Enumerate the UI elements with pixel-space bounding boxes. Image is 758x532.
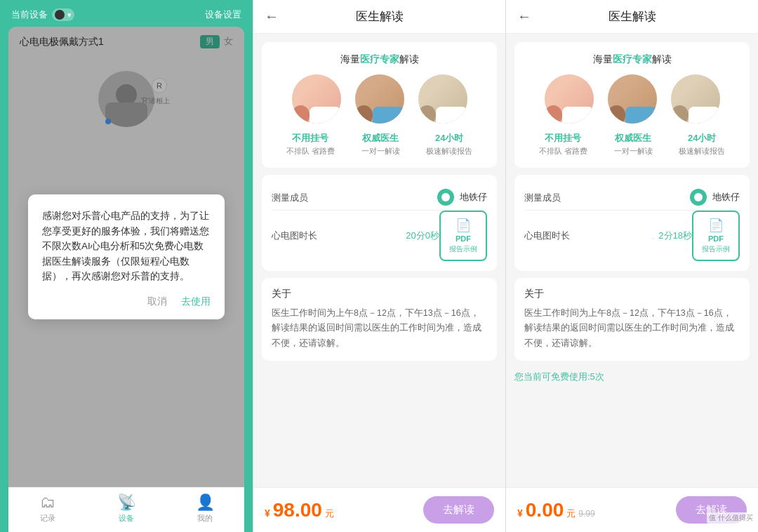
records-icon: 🗂 — [40, 493, 55, 512]
watermark: 值 什么值得买 — [707, 512, 755, 524]
doc-bottom-1: ¥ 98.00 元 去解读 — [253, 487, 505, 532]
app-topbar: 当前设备 ▾ 设备设置 — [0, 0, 253, 27]
doc-header-1: ← 医生解读 — [253, 0, 505, 34]
device-toggle[interactable]: ▾ — [52, 8, 74, 21]
pdf-icon-2: 📄 — [708, 218, 724, 233]
feature-authority-2: 权威医生 一对一解读 — [614, 132, 653, 157]
doc-bottom-2: ¥ 0.00 元 9.99 去解读 — [506, 487, 758, 532]
duration-pdf-row-1: 心电图时长 20分0秒 📄 PDF 报告示例 — [272, 211, 487, 261]
nav-item-device[interactable]: 📡 设备 — [87, 493, 166, 524]
device-label: 当前设备 — [11, 8, 48, 21]
doctor-body-f — [310, 107, 340, 124]
doctor-head-f — [292, 105, 310, 124]
doc-scroll-1: 海量医疗专家解读 — [253, 34, 505, 487]
pdf-button-1[interactable]: 📄 PDF 报告示例 — [439, 211, 487, 261]
expert-photos-1 — [273, 74, 486, 124]
info-card-2: 测量成员 地铁仔 心电图时长 2分18秒 📄 — [514, 175, 750, 271]
feature-24h-2: 24小时 极速解读报告 — [679, 132, 725, 157]
duration-value-2: 2分18秒 — [658, 230, 692, 242]
price-original-2: 9.99 — [578, 509, 594, 519]
nav-label-device: 设备 — [119, 513, 134, 524]
topbar-left: 当前设备 ▾ — [11, 8, 74, 21]
doc-title-2: 医生解读 — [543, 8, 722, 25]
about-title-1: 关于 — [272, 288, 487, 300]
member-name-2: 地铁仔 — [712, 191, 740, 204]
dialog-buttons: 取消 去使用 — [42, 295, 211, 308]
device-icon: 📡 — [117, 493, 136, 512]
free-notice: 您当前可免费使用:5次 — [514, 368, 750, 385]
doctor-panel-2: ← 医生解读 海量医疗专家解读 — [506, 0, 758, 532]
doctor-panel-1: ← 医生解读 海量医疗专家解读 — [253, 0, 505, 532]
expert-card-2: 海量医疗专家解读 — [514, 42, 750, 168]
device-settings-link[interactable]: 设备设置 — [205, 8, 241, 21]
price-area-2: ¥ 0.00 元 9.99 — [517, 499, 595, 521]
doctor-photo-male2-2 — [671, 74, 720, 124]
doctor-photo-female-2 — [545, 74, 594, 124]
about-text-2: 医生工作时间为上午8点－12点，下午13点－16点，解读结果的返回时间需以医生的… — [524, 306, 740, 351]
doctor-head-m1 — [355, 105, 373, 124]
duration-row-1: 心电图时长 20分0秒 — [272, 225, 439, 246]
pdf-button-2[interactable]: 📄 PDF 报告示例 — [692, 211, 740, 261]
about-title-2: 关于 — [524, 288, 740, 300]
app-panel: 当前设备 ▾ 设备设置 心电电极佩戴方式1 男 女 R — [0, 0, 253, 532]
profile-icon: 👤 — [196, 493, 215, 512]
back-button-1[interactable]: ← — [265, 8, 279, 25]
feature-24h-1: 24小时 极速解读报告 — [426, 132, 472, 157]
back-button-2[interactable]: ← — [517, 8, 531, 25]
doctor-body-m1 — [373, 107, 404, 124]
expert-photos-2 — [526, 74, 738, 124]
feature-no-queue-1: 不用挂号 不排队 省路费 — [286, 132, 335, 157]
nav-label-records: 记录 — [40, 513, 55, 524]
doctor-body-m2 — [436, 107, 467, 124]
expert-title-2: 海量医疗专家解读 — [526, 53, 738, 66]
member-row-2: 测量成员 地铁仔 — [524, 185, 740, 211]
doctor-head-m2 — [418, 105, 437, 124]
info-card-1: 测量成员 地铁仔 心电图时长 20分0秒 📄 — [262, 175, 497, 271]
doctor-photo-male1-1 — [355, 74, 404, 124]
nav-item-profile[interactable]: 👤 我的 — [166, 493, 244, 524]
doctor-photo-male2-1 — [418, 74, 467, 124]
member-name-1: 地铁仔 — [460, 191, 487, 204]
user-icon-2 — [690, 189, 707, 206]
user-icon-1 — [437, 189, 454, 206]
duration-value-1: 20分0秒 — [406, 230, 439, 242]
expert-features-1: 不用挂号 不排队 省路费 权威医生 一对一解读 24小时 极速解读报告 — [273, 132, 486, 157]
feature-no-queue-2: 不用挂号 不排队 省路费 — [539, 132, 587, 157]
confirm-button[interactable]: 去使用 — [181, 295, 211, 308]
doc-title-1: 医生解读 — [290, 8, 469, 25]
price-amount-2: 0.00 — [526, 499, 564, 521]
about-text-1: 医生工作时间为上午8点－12点，下午13点－16点，解读结果的返回时间需以医生的… — [272, 306, 487, 351]
about-card-2: 关于 医生工作时间为上午8点－12点，下午13点－16点，解读结果的返回时间需以… — [514, 278, 750, 361]
expert-features-2: 不用挂号 不排队 省路费 权威医生 一对一解读 24小时 极速解读报告 — [526, 132, 738, 157]
chevron-down-icon: ▾ — [67, 11, 72, 20]
expert-card-1: 海量医疗专家解读 — [262, 42, 497, 168]
duration-row-2: 心电图时长 2分18秒 — [524, 225, 692, 246]
price-amount-1: 98.00 — [273, 499, 322, 521]
duration-pdf-row-2: 心电图时长 2分18秒 📄 PDF 报告示例 — [524, 211, 740, 261]
price-area-1: ¥ 98.00 元 — [265, 499, 334, 521]
nav-label-profile: 我的 — [197, 513, 213, 524]
expert-title-1: 海量医疗专家解读 — [273, 53, 486, 66]
dialog-overlay: 感谢您对乐普心电产品的支持，为了让您享受更好的服务体验，我们将赠送您不限次数AI… — [8, 27, 244, 487]
about-card-1: 关于 医生工作时间为上午8点－12点，下午13点－16点，解读结果的返回时间需以… — [262, 278, 497, 361]
jieda-button-1[interactable]: 去解读 — [423, 496, 494, 524]
doctor-photo-female-1 — [292, 74, 341, 124]
bottom-nav: 🗂 记录 📡 设备 👤 我的 — [8, 487, 244, 532]
feature-authority-1: 权威医生 一对一解读 — [361, 132, 400, 157]
member-row-1: 测量成员 地铁仔 — [272, 185, 487, 211]
doctor-photo-male1-2 — [608, 74, 657, 124]
cancel-button[interactable]: 取消 — [147, 295, 167, 308]
app-content: 心电电极佩戴方式1 男 女 R 'R'请相上 — [8, 27, 244, 487]
nav-item-records[interactable]: 🗂 记录 — [8, 493, 87, 524]
toggle-dot — [55, 10, 65, 20]
doc-header-2: ← 医生解读 — [506, 0, 758, 34]
doc-scroll-2: 海量医疗专家解读 — [506, 34, 758, 487]
dialog-text: 感谢您对乐普心电产品的支持，为了让您享受更好的服务体验，我们将赠送您不限次数AI… — [42, 208, 211, 284]
pdf-icon-1: 📄 — [456, 218, 471, 233]
dialog-box: 感谢您对乐普心电产品的支持，为了让您享受更好的服务体验，我们将赠送您不限次数AI… — [28, 194, 225, 319]
